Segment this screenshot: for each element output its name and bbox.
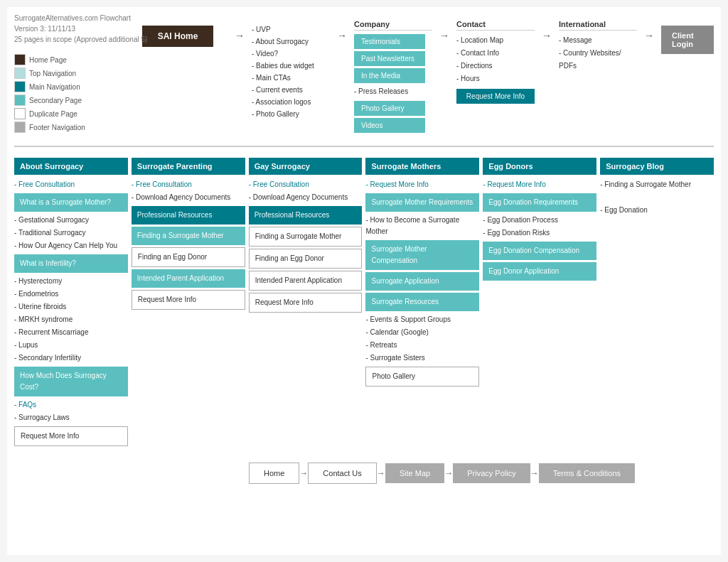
ed-compensation[interactable]: Egg Donation Compensation xyxy=(483,242,596,260)
gs-intended-parent[interactable]: Intended Parent Application xyxy=(249,271,363,291)
company-title: Company xyxy=(354,20,432,31)
home-bullets: - UVP - About Surrogacy - Video? - Babie… xyxy=(252,23,330,120)
legend-item-topnav: Top Navigation xyxy=(14,67,147,79)
ed-request-more-info[interactable]: - Request More Info xyxy=(483,178,596,191)
gestational-surrogacy: - Gestational Surrogacy xyxy=(14,214,128,227)
past-newsletters-button[interactable]: Past Newsletters xyxy=(354,51,425,66)
footer-nav: Home → Contact Us → Site Map → Privacy P… xyxy=(249,463,714,484)
sp-request-more-info[interactable]: Request More Info xyxy=(132,290,245,310)
gs-request-more-info[interactable]: Request More Info xyxy=(249,293,363,313)
legend-item-duplicate: Duplicate Page xyxy=(14,108,147,119)
col-content-gay-surrogacy: - Free Consultation - Download Agency Do… xyxy=(249,178,363,313)
col-content-surrogate-parenting: - Free Consultation - Download Agency Do… xyxy=(132,178,245,310)
gs-professional-resources[interactable]: Professional Resources xyxy=(249,206,363,225)
legend-color-secondary xyxy=(14,94,26,106)
sp-free-consultation[interactable]: - Free Consultation xyxy=(132,178,245,191)
international-section: International - Message - Country Websit… xyxy=(559,20,637,72)
footer-arrow-4: → xyxy=(530,468,539,478)
sp-intended-parent[interactable]: Intended Parent Application xyxy=(132,269,245,288)
sm-resources[interactable]: Surrogate Resources xyxy=(365,293,479,311)
legend-label-secondary: Secondary Page xyxy=(29,97,82,104)
col-surrogate-mothers: Surrogate Mothers - Request More Info Su… xyxy=(365,158,479,389)
legend-color-duplicate xyxy=(14,108,26,119)
traditional-surrogacy: - Traditional Surrogacy xyxy=(14,227,128,239)
about-free-consultation[interactable]: - Free Consultation xyxy=(14,178,128,191)
col-content-egg-donors: - Request More Info Egg Donation Require… xyxy=(483,178,596,281)
international-sublist: - Message - Country Websites/ PDFs xyxy=(559,34,637,72)
sai-home-button[interactable]: SAI Home xyxy=(142,26,213,47)
legend-label-duplicate: Duplicate Page xyxy=(29,110,77,118)
videos-top-button[interactable]: Videos xyxy=(354,118,425,133)
contact-request-more-info[interactable]: Request More Info xyxy=(456,89,535,104)
col-about-surrogacy: About Surrogacy - Free Consultation What… xyxy=(14,158,128,448)
footer-terms[interactable]: Terms & Conditions xyxy=(539,463,635,483)
col-content-surrogate-mothers: - Request More Info Surrogate Mother Req… xyxy=(365,178,479,387)
in-the-media-button[interactable]: In the Media xyxy=(354,68,425,83)
legend-color-footer xyxy=(14,121,26,133)
legend-item-home: Home Page xyxy=(14,54,147,65)
col-content-about-surrogacy: - Free Consultation What is a Surrogate … xyxy=(14,178,128,446)
legend-label-footer: Footer Navigation xyxy=(29,124,85,131)
sm-requirements[interactable]: Surrogate Mother Requirements xyxy=(365,193,479,212)
ed-application[interactable]: Egg Donor Application xyxy=(483,262,596,281)
how-our-agency: - How Our Agency Can Help You xyxy=(14,239,128,252)
col-header-surrogacy-blog: Surrogacy Blog xyxy=(600,158,714,175)
col-egg-donors: Egg Donors - Request More Info Egg Donat… xyxy=(483,158,596,283)
col-header-egg-donors: Egg Donors xyxy=(483,158,596,175)
contact-section: Contact - Location Map - Contact Info - … xyxy=(456,20,535,106)
legend-item-mainnav: Main Navigation xyxy=(14,81,147,92)
col-header-surrogate-parenting: Surrogate Parenting xyxy=(132,158,245,175)
footer-privacy-policy[interactable]: Privacy Policy xyxy=(453,463,530,483)
legend-color-home xyxy=(14,54,26,65)
contact-sublist: - Location Map - Contact Info - Directio… xyxy=(456,34,503,85)
legend-title2: Version 3: 11/11/13 xyxy=(14,25,147,33)
legend-title3: 25 pages in scope (Approved additional 5… xyxy=(14,36,147,43)
sm-compensation[interactable]: Surrogate Mother Compensation xyxy=(365,240,479,270)
legend-label-topnav: Top Navigation xyxy=(29,70,76,77)
testimonials-button[interactable]: Testimonials xyxy=(354,34,425,49)
sm-request-more-info[interactable]: - Request More Info xyxy=(365,178,479,191)
client-login-button[interactable]: Client Login xyxy=(661,26,714,54)
faqs[interactable]: - FAQs xyxy=(14,399,128,411)
col-header-surrogate-mothers: Surrogate Mothers xyxy=(365,158,479,175)
footer-arrow-2: → xyxy=(377,468,385,478)
col-surrogacy-blog: Surrogacy Blog - Finding a Surrogate Mot… xyxy=(600,158,714,217)
footer-arrow-1: → xyxy=(299,468,308,478)
legend-label-home: Home Page xyxy=(29,56,67,64)
what-is-infertility[interactable]: What is Infertility? xyxy=(14,254,128,273)
what-is-surrogate-mother[interactable]: What is a Surrogate Mother? xyxy=(14,193,128,212)
footer-contact-us[interactable]: Contact Us xyxy=(308,463,376,484)
photo-gallery-top-button[interactable]: Photo Gallery xyxy=(354,101,425,116)
legend-item-secondary: Secondary Page xyxy=(14,94,147,106)
legend-color-topnav xyxy=(14,67,26,79)
surrogacy-cost[interactable]: How Much Does Surrogacy Cost? xyxy=(14,367,128,396)
about-request-more-info[interactable]: Request More Info xyxy=(14,426,128,446)
flowchart-page: SurrogateAlternatives.com Flowchart Vers… xyxy=(7,7,721,555)
col-header-about-surrogacy: About Surrogacy xyxy=(14,158,128,175)
footer-home[interactable]: Home xyxy=(249,463,299,484)
sp-professional-resources[interactable]: Professional Resources xyxy=(132,206,245,225)
legend-title1: SurrogateAlternatives.com Flowchart xyxy=(14,14,147,22)
company-section: Company Testimonials Past Newsletters In… xyxy=(354,20,432,135)
sp-finding-surrogate[interactable]: Finding a Surrogate Mother xyxy=(132,227,245,245)
contact-title: Contact xyxy=(456,20,535,31)
international-title: International xyxy=(559,20,637,31)
sp-finding-egg-donor[interactable]: Finding an Egg Donor xyxy=(132,247,245,267)
legend-label-mainnav: Main Navigation xyxy=(29,83,80,91)
gs-finding-egg-donor[interactable]: Finding an Egg Donor xyxy=(249,249,363,269)
press-releases: - Press Releases xyxy=(354,85,408,98)
legend-color-mainnav xyxy=(14,81,26,92)
main-nav-section: About Surrogacy - Free Consultation What… xyxy=(14,158,714,448)
legend-item-footer: Footer Navigation xyxy=(14,121,147,133)
ed-requirements[interactable]: Egg Donation Requirements xyxy=(483,193,596,212)
footer-arrow-3: → xyxy=(444,468,453,478)
col-content-surrogacy-blog: - Finding a Surrogate Mother - Egg Donat… xyxy=(600,178,714,217)
footer-site-map[interactable]: Site Map xyxy=(385,463,444,483)
gs-finding-surrogate[interactable]: Finding a Surrogate Mother xyxy=(249,227,363,247)
col-gay-surrogacy: Gay Surrogacy - Free Consultation - Down… xyxy=(249,158,363,315)
sm-application[interactable]: Surrogate Application xyxy=(365,272,479,291)
gs-free-consultation[interactable]: - Free Consultation xyxy=(249,178,363,191)
legend: SurrogateAlternatives.com Flowchart Vers… xyxy=(14,14,147,135)
sm-photo-gallery[interactable]: Photo Gallery xyxy=(365,367,479,387)
col-header-gay-surrogacy: Gay Surrogacy xyxy=(249,158,363,175)
